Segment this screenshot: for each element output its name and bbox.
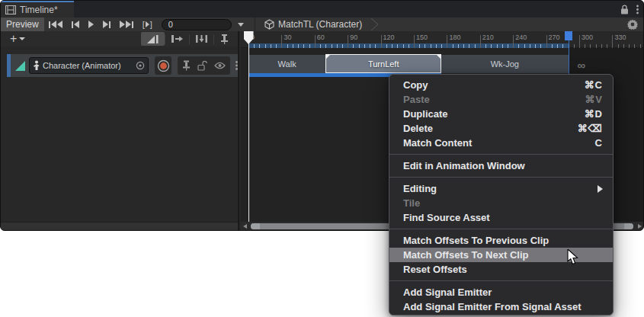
animation-track-icon — [14, 60, 26, 72]
add-track-button[interactable]: + — [10, 34, 25, 44]
menu-section: Add Signal EmitterAdd Signal Emitter Fro… — [389, 280, 613, 314]
ruler-label: 270 — [549, 34, 560, 41]
frame-field[interactable]: 0 — [162, 19, 232, 30]
menu-item-add-signal-emitter[interactable]: Add Signal Emitter — [389, 285, 613, 299]
record-button[interactable] — [155, 56, 171, 75]
lock-icon[interactable] — [620, 5, 629, 14]
menu-item-label: Edit in Animation Window — [403, 160, 603, 171]
play-range-button[interactable]: [] — [138, 18, 157, 30]
menu-item-delete[interactable]: Delete⌘⌫ — [389, 121, 613, 136]
breadcrumb-chevron-icon — [370, 18, 380, 30]
ruler-label: 30 — [284, 34, 291, 41]
timeline-end-marker[interactable] — [565, 31, 572, 40]
goto-end-button[interactable] — [115, 18, 138, 30]
timeline-clip-turnleft[interactable]: TurnLeft — [325, 54, 441, 73]
menu-item-find-source-asset[interactable]: Find Source Asset — [389, 210, 613, 225]
play-button[interactable] — [84, 18, 98, 30]
track-panel-footer — [1, 222, 238, 231]
kebab-menu-icon[interactable] — [636, 5, 639, 14]
ruler-label: 180 — [449, 34, 460, 41]
ruler-label: 120 — [383, 34, 395, 41]
timeline-clip-wk-jog[interactable]: Wk-Jog — [441, 55, 568, 73]
eye-icon[interactable] — [214, 62, 226, 69]
timeline-clip-walk[interactable]: Walk — [248, 55, 325, 73]
pin-markers-button[interactable] — [214, 32, 235, 46]
menu-item-duplicate[interactable]: Duplicate⌘D — [389, 107, 613, 121]
previous-frame-button[interactable] — [67, 18, 84, 30]
menu-item-label: Match Offsets To Previous Clip — [403, 235, 603, 246]
track-color-bar — [7, 54, 11, 77]
ruler-label: 300 — [582, 34, 593, 41]
gear-icon[interactable] — [627, 19, 638, 30]
menu-item-reset-offsets[interactable]: Reset Offsets — [389, 262, 613, 277]
breadcrumb-label: MatchTL (Character) — [278, 19, 362, 30]
track-binding-field[interactable]: Character (Animator) — [29, 57, 149, 74]
breadcrumb[interactable]: MatchTL (Character) — [264, 18, 380, 30]
titlebar-controls — [620, 1, 639, 18]
ease-out-handle[interactable] — [436, 54, 441, 59]
scroll-left-icon[interactable] — [243, 224, 247, 229]
frame-options-dropdown-icon[interactable] — [238, 23, 244, 27]
replace-mode-icon — [196, 34, 207, 43]
tab-timeline[interactable]: Timeline* — [1, 1, 74, 18]
next-frame-button[interactable] — [98, 18, 115, 30]
menu-item-copy[interactable]: Copy⌘C — [389, 78, 613, 92]
menu-section: Match Offsets To Previous ClipMatch Offs… — [389, 229, 613, 277]
clip-label: TurnLeft — [368, 59, 399, 69]
menu-item-label: Copy — [403, 79, 585, 91]
ripple-mode-button[interactable] — [165, 32, 189, 46]
menu-item-label: Reset Offsets — [403, 264, 603, 275]
ruler-label: 60 — [317, 34, 325, 41]
menu-item-shortcut: ⌘D — [585, 108, 603, 120]
menu-item-label: Paste — [403, 94, 585, 105]
menu-section: EditingTileFind Source Asset — [389, 177, 613, 225]
timeline-ruler[interactable]: 0306090120150180210240270300330 — [241, 31, 644, 48]
menu-item-match-content[interactable]: Match ContentC — [389, 136, 613, 150]
goto-start-button[interactable] — [44, 18, 67, 30]
toolbar-row: Preview [] 0 MatchT — [1, 18, 643, 31]
menu-item-editing[interactable]: Editing — [389, 181, 613, 196]
pin-icon — [220, 34, 229, 44]
mouse-cursor — [567, 249, 578, 265]
mix-mode-icon — [147, 34, 159, 44]
edit-mode-group — [141, 31, 235, 46]
menu-item-label: Duplicate — [403, 108, 585, 120]
chevron-down-icon — [19, 37, 25, 40]
ruler-label: 330 — [614, 34, 626, 41]
menu-item-shortcut: C — [595, 137, 603, 149]
menu-item-match-offsets-to-previous-clip[interactable]: Match Offsets To Previous Clip — [389, 233, 613, 248]
menu-item-label: Add Signal Emitter From Signal Asset — [403, 301, 603, 312]
object-picker-icon[interactable] — [136, 61, 145, 70]
menu-item-edit-in-animation-window[interactable]: Edit in Animation Window — [389, 158, 613, 173]
menu-item-shortcut: ⌘⌫ — [578, 123, 603, 134]
menu-item-add-signal-emitter-from-signal-asset[interactable]: Add Signal Emitter From Signal Asset — [389, 299, 613, 314]
track-options-group — [178, 56, 230, 75]
track-list-panel: + — [1, 31, 239, 231]
replace-mode-button[interactable] — [190, 32, 213, 46]
menu-item-label: Add Signal Emitter — [403, 287, 603, 298]
ruler-label: 90 — [350, 34, 357, 41]
track-kebab-icon[interactable] — [235, 60, 238, 71]
mix-mode-button[interactable] — [141, 32, 165, 46]
menu-item-label: Tile — [403, 197, 603, 209]
menu-item-label: Find Source Asset — [403, 212, 603, 223]
submenu-arrow-icon — [598, 185, 603, 193]
track-header-character[interactable]: Character (Animator) — [7, 54, 238, 77]
transport-controls: Preview [] 0 — [1, 18, 255, 31]
ease-in-handle[interactable] — [325, 54, 331, 59]
menu-item-label: Editing — [403, 183, 598, 194]
ruler-label: 240 — [515, 34, 527, 41]
pin-icon[interactable] — [182, 60, 191, 71]
menu-item-paste: Paste⌘V — [389, 92, 613, 107]
unlock-icon[interactable] — [197, 60, 207, 71]
menu-item-tile: Tile — [389, 196, 613, 210]
menu-item-match-offsets-to-next-clip[interactable]: Match Offsets To Next Clip — [389, 248, 613, 262]
scroll-right-icon[interactable] — [638, 224, 642, 229]
menu-section: Copy⌘CPaste⌘VDuplicate⌘DDelete⌘⌫Match Co… — [389, 78, 613, 150]
clip-label: Walk — [278, 59, 296, 69]
preview-toggle-button[interactable]: Preview — [1, 18, 44, 31]
animator-person-icon — [33, 60, 40, 71]
menu-item-label: Match Content — [403, 137, 595, 149]
clip-context-menu: Copy⌘CPaste⌘VDuplicate⌘DDelete⌘⌫Match Co… — [389, 74, 614, 315]
ripple-mode-icon — [171, 34, 183, 43]
